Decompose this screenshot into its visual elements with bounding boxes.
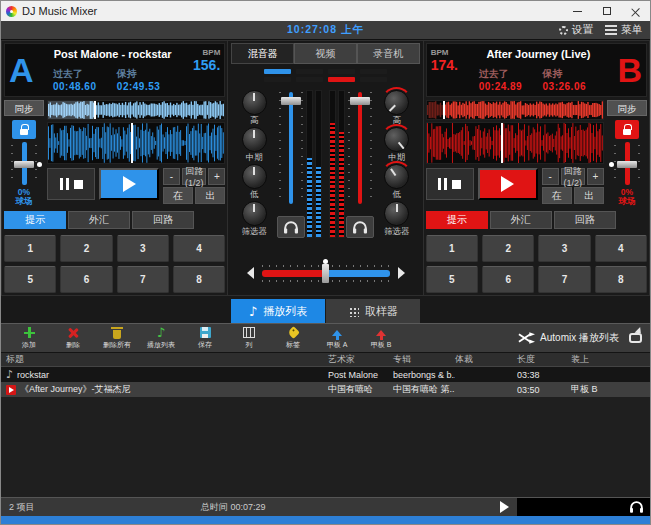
deck-b-cue-headphone-button[interactable] [346,216,374,238]
deck-a-overview-waveform[interactable] [47,100,225,120]
maximize-button[interactable] [592,1,621,21]
deck-a-pad-1[interactable]: 1 [4,235,56,262]
deck-b-pad-3[interactable]: 3 [538,235,590,262]
deck-a-pad-6[interactable]: 6 [60,266,112,293]
pitch-handle[interactable] [617,161,637,168]
tag-button[interactable]: 标签 [271,324,315,352]
deck-b-keylock-button[interactable] [615,120,639,139]
mixer-tab-recorder[interactable]: 录音机 [357,43,420,64]
column-album[interactable]: 专辑 [393,353,455,366]
deck-a-pad-4[interactable]: 4 [173,235,225,262]
repeat-icon[interactable] [629,333,642,343]
deck-a-keylock-button[interactable] [12,120,36,139]
deck-b-sync-button[interactable]: 同步 [607,100,647,116]
deck-b-pad-4[interactable]: 4 [595,235,647,262]
pitch-handle[interactable] [14,161,34,168]
deck-a-loop-in-button[interactable]: 在 [163,187,193,204]
deck-b-play-button[interactable] [478,168,538,200]
deck-b-loop-in-button[interactable]: 在 [542,187,572,204]
column-genre[interactable]: 体裁 [455,353,517,366]
deck-a-pad-8[interactable]: 8 [173,266,225,293]
deck-a-tab-cue[interactable]: 提示 [4,211,66,229]
close-button[interactable] [621,1,650,21]
delete-all-label: 删除所有 [103,340,131,350]
delete-button[interactable]: 删除 [51,324,95,352]
deck-b-loop-double-button[interactable]: + [587,168,604,185]
minimize-button[interactable] [563,1,592,21]
deck-b-pad-2[interactable]: 2 [482,235,534,262]
add-button[interactable]: 添加 [7,324,51,352]
deck-a-tab-loop[interactable]: 回路 [132,211,194,229]
deck-b-eq-high-knob[interactable] [384,90,409,115]
fader-handle[interactable] [281,97,301,105]
fader-handle[interactable] [350,97,370,105]
crossfader-right-arrow[interactable] [398,267,405,279]
deck-a-pitch-slider[interactable] [11,142,37,185]
deck-b-pad-8[interactable]: 8 [595,266,647,293]
table-row[interactable]: ♪rockstar Post Malone beerbongs & b.. 03… [1,367,650,382]
deck-a-play-button[interactable] [99,168,159,200]
deck-b-loop-half-button[interactable]: - [542,168,559,185]
deck-b-pad-7[interactable]: 7 [538,266,590,293]
table-row-selected[interactable]: 《After Journey》-艾福杰尼 中国有嘻哈 中国有嘻哈 第.. 03:… [1,382,650,397]
settings-button[interactable]: 设置 [559,23,593,37]
deck-b-volume-fader[interactable] [348,90,372,206]
deck-a-pause-stop-button[interactable] [47,168,95,200]
deck-a-cue-headphone-button[interactable] [277,216,305,238]
deck-a-pad-3[interactable]: 3 [117,235,169,262]
status-bar: 2 项目 总时间 00:07:29 [1,497,650,516]
menu-button[interactable]: 菜单 [605,23,642,37]
crossfader-left-arrow[interactable] [247,267,254,279]
deck-b-overview-waveform[interactable] [426,100,604,120]
save-button[interactable]: 保存 [183,324,227,352]
deck-b-pitch-slider[interactable] [614,142,640,185]
deck-b-eq-mid-knob[interactable] [384,127,409,152]
load-deck-a-button[interactable]: 甲板 A [315,324,359,352]
column-artist[interactable]: 艺术家 [328,353,393,366]
deck-b-filter-knob[interactable] [384,201,409,226]
deck-b-tab-loop[interactable]: 回路 [554,211,616,229]
deck-a-loop-label[interactable]: 回路 (1/2) [182,168,206,185]
deck-a-loop-double-button[interactable]: + [208,168,225,185]
deck-a-volume-fader[interactable] [279,90,303,206]
deck-b-tab-cue[interactable]: 提示 [426,211,488,229]
deck-a-filter-knob[interactable] [242,201,267,226]
tab-playlist[interactable]: ♪播放列表 [231,299,325,323]
deck-a-eq-mid-knob[interactable] [242,127,267,152]
deck-a-pad-7[interactable]: 7 [117,266,169,293]
deck-a-main-waveform[interactable] [47,122,225,164]
playlist-button[interactable]: ♪播放列表 [139,324,183,352]
deck-b-tab-fx[interactable]: 外汇 [490,211,552,229]
deck-a-loop-half-button[interactable]: - [163,168,180,185]
deck-a-pad-2[interactable]: 2 [60,235,112,262]
column-length[interactable]: 长度 [517,353,571,366]
deck-a-eq-low-knob[interactable] [242,164,267,189]
column-title[interactable]: 标题 [6,353,328,366]
tab-sampler[interactable]: 取样器 [326,299,420,323]
deck-a-sync-button[interactable]: 同步 [4,100,44,116]
deck-a-eq-high-knob[interactable] [242,90,267,115]
deck-b-pause-stop-button[interactable] [426,168,474,200]
deck-a-tab-fx[interactable]: 外汇 [68,211,130,229]
deck-b-bpm-label: BPM [431,48,449,57]
preview-play-icon[interactable] [500,501,509,513]
deck-a-pad-5[interactable]: 5 [4,266,56,293]
load-deck-b-button[interactable]: 甲板 B [359,324,403,352]
deck-a-playhead [131,123,133,163]
deck-a-loop-out-button[interactable]: 出 [195,187,225,204]
deck-b-pad-1[interactable]: 1 [426,235,478,262]
deck-b-loop-out-button[interactable]: 出 [574,187,604,204]
columns-button[interactable]: 列 [227,324,271,352]
deck-b-pad-6[interactable]: 6 [482,266,534,293]
mixer-tab-video[interactable]: 视频 [294,43,357,64]
column-loaded[interactable]: 装上 [571,353,650,366]
deck-b-main-waveform[interactable] [426,122,604,164]
automix-button[interactable]: Automix 播放列表 [518,331,619,345]
deck-b-pad-5[interactable]: 5 [426,266,478,293]
mixer-tab-mixer[interactable]: 混音器 [231,43,294,64]
deck-b-loop-label[interactable]: 回路 (1/2) [561,168,585,185]
crossfader[interactable] [262,270,390,277]
deck-b-eq-low-knob[interactable] [384,164,409,189]
crossfader-handle[interactable] [322,264,329,283]
delete-all-button[interactable]: 删除所有 [95,324,139,352]
